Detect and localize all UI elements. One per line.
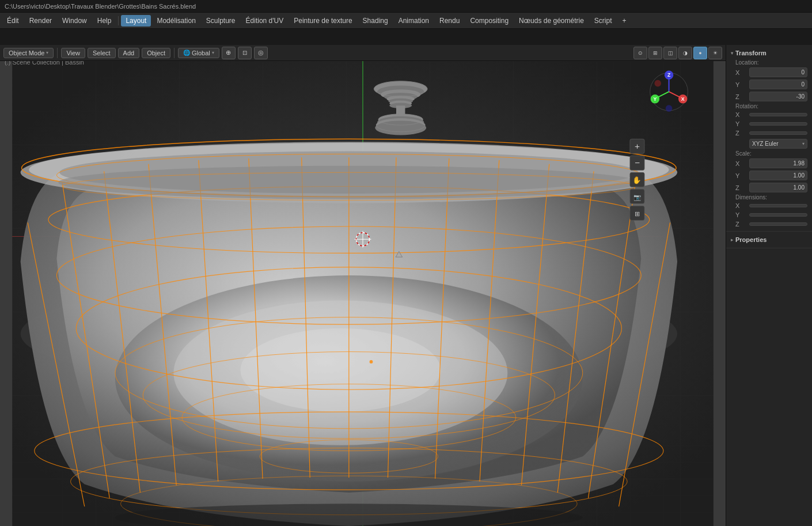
- scale-y-label: Y: [735, 172, 747, 179]
- menu-sculpture[interactable]: Sculpture: [202, 15, 240, 27]
- svg-text:⊞: ⊞: [635, 210, 640, 217]
- rotation-mode-selector[interactable]: XYZ Euler ▾: [749, 139, 807, 149]
- rot-y-value[interactable]: [749, 122, 807, 126]
- menu-rendu[interactable]: Rendu: [435, 15, 464, 27]
- pivot-selector[interactable]: ⊕: [222, 47, 236, 59]
- viewport-header: Object Mode ▾ View Select Add Object 🌐 G…: [0, 45, 726, 61]
- header-sep-2: [174, 48, 174, 58]
- solid-shading[interactable]: ●: [693, 47, 707, 59]
- scale-x-value[interactable]: 1.98: [749, 158, 807, 168]
- loc-x-value[interactable]: 0: [749, 67, 807, 77]
- material-preview[interactable]: ◑: [678, 47, 692, 59]
- menu-separator-1: [118, 16, 119, 25]
- location-label: Location:: [726, 59, 812, 66]
- svg-text:Z: Z: [667, 72, 671, 78]
- scale-x-row: X 1.98: [726, 157, 812, 169]
- global-icon: 🌐: [183, 50, 190, 56]
- menu-geometry-nodes[interactable]: Nœuds de géométrie: [514, 15, 589, 27]
- menu-help[interactable]: Help: [93, 15, 116, 27]
- snap-icon: ⊡: [242, 50, 247, 56]
- scale-y-row: Y 1.00: [726, 169, 812, 181]
- svg-text:+: +: [635, 141, 640, 151]
- menu-script[interactable]: Script: [590, 15, 617, 27]
- properties-panel: ▾ Transform Location: X 0 Y 0 Z -30 Rota…: [726, 45, 812, 526]
- object-menu[interactable]: Object: [142, 48, 170, 58]
- transform-collapse-icon: ▾: [731, 51, 733, 56]
- view-menu[interactable]: View: [61, 48, 85, 58]
- menu-modelisation[interactable]: Modélisation: [152, 15, 200, 27]
- svg-point-8: [240, 328, 441, 412]
- title-bar: C:\Users\victo\Desktop\Travaux Blender\G…: [0, 0, 812, 13]
- dim-x-value[interactable]: [749, 204, 807, 207]
- viewport-gizmo-toggle[interactable]: ⊙: [633, 47, 647, 59]
- menu-layout[interactable]: Layout: [121, 15, 151, 27]
- loc-z-label: Z: [735, 93, 747, 100]
- scale-y-value[interactable]: 1.00: [749, 171, 807, 180]
- location-z-row: Z -30: [726, 90, 812, 103]
- rotation-y-row: Y: [726, 119, 812, 128]
- dim-z-label: Z: [735, 221, 747, 228]
- rotation-mode-row: XYZ Euler ▾: [726, 138, 812, 150]
- dim-y-value[interactable]: [749, 213, 807, 217]
- dim-x-label: X: [735, 202, 747, 209]
- menu-bar: Édit Render Window Help Layout Modélisat…: [0, 13, 812, 29]
- scale-label: Scale:: [726, 150, 812, 157]
- location-x-row: X 0: [726, 66, 812, 78]
- menu-shading[interactable]: Shading: [358, 15, 393, 27]
- title-text: C:\Users\victo\Desktop\Travaux Blender\G…: [5, 3, 196, 10]
- menu-animation[interactable]: Animation: [394, 15, 434, 27]
- viewport[interactable]: Z X Y + − ✋ 📷: [0, 45, 726, 526]
- dim-y-label: Y: [735, 211, 747, 218]
- viewport-overlay-toggle[interactable]: ⊞: [648, 47, 662, 59]
- rotation-x-row: X: [726, 110, 812, 119]
- proportional-toggle[interactable]: ◎: [254, 47, 268, 59]
- dim-y-row: Y: [726, 210, 812, 220]
- properties-section-header[interactable]: ▸ Properties: [726, 234, 812, 245]
- xray-toggle[interactable]: ◫: [663, 47, 677, 59]
- menu-render[interactable]: Render: [25, 15, 56, 27]
- properties-section-label: Properties: [735, 236, 767, 243]
- rendered-shading[interactable]: ☀: [708, 47, 722, 59]
- menu-uv[interactable]: Édition d'UV: [241, 15, 289, 27]
- menu-edit[interactable]: Édit: [2, 15, 24, 27]
- svg-text:✋: ✋: [632, 176, 642, 185]
- rot-y-label: Y: [735, 120, 747, 127]
- svg-text:X: X: [681, 96, 685, 102]
- transform-selector[interactable]: 🌐 Global ▾: [178, 48, 219, 58]
- scale-z-row: Z 1.00: [726, 181, 812, 194]
- svg-point-76: [666, 105, 673, 112]
- location-y-row: Y 0: [726, 78, 812, 90]
- loc-x-label: X: [735, 69, 747, 76]
- svg-text:Y: Y: [653, 96, 657, 102]
- select-menu[interactable]: Select: [88, 48, 116, 58]
- scale-z-value[interactable]: 1.00: [749, 183, 807, 192]
- viewport-overlay-controls: ⊙ ⊞ ◫ ◑ ● ☀: [633, 47, 722, 59]
- svg-point-77: [654, 80, 661, 87]
- add-menu[interactable]: Add: [118, 48, 140, 58]
- menu-add-workspace[interactable]: +: [618, 15, 631, 27]
- loc-y-value[interactable]: 0: [749, 80, 807, 89]
- menu-texture-paint[interactable]: Peinture de texture: [289, 15, 356, 27]
- svg-text:📷: 📷: [633, 194, 642, 201]
- rot-z-value[interactable]: [749, 131, 807, 135]
- viewport-scene: Z X Y + − ✋ 📷: [0, 61, 726, 526]
- dimensions-label: Dimensions:: [726, 194, 812, 201]
- loc-z-value[interactable]: -30: [749, 92, 807, 101]
- dim-z-value[interactable]: [749, 222, 807, 226]
- rot-z-label: Z: [735, 130, 747, 137]
- scale-z-label: Z: [735, 184, 747, 191]
- loc-y-label: Y: [735, 81, 747, 88]
- transform-label: Transform: [735, 50, 767, 56]
- pivot-icon: ⊕: [226, 49, 231, 56]
- rot-x-label: X: [735, 111, 747, 118]
- mode-arrow: ▾: [46, 50, 48, 55]
- menu-window[interactable]: Window: [58, 15, 92, 27]
- menu-compositing[interactable]: Compositing: [465, 15, 513, 27]
- snap-toggle[interactable]: ⊡: [238, 47, 252, 59]
- svg-point-46: [370, 360, 373, 364]
- mode-selector[interactable]: Object Mode ▾: [3, 48, 54, 58]
- transform-header[interactable]: ▾ Transform: [726, 47, 812, 59]
- svg-point-39: [58, 166, 639, 199]
- rot-x-value[interactable]: [749, 113, 807, 116]
- header-sep-1: [57, 48, 58, 58]
